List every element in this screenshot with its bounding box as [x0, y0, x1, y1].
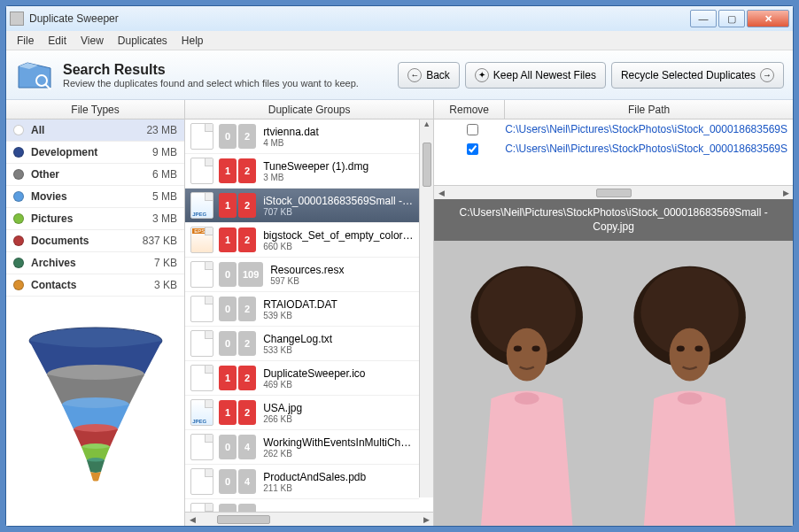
file-type-row[interactable]: Development9 MB: [6, 142, 184, 164]
file-icon: [190, 468, 213, 495]
group-row[interactable]: 0109Resources.resx597 KB: [185, 258, 419, 292]
dup-badges: 02: [219, 297, 256, 321]
file-icon: [190, 158, 213, 184]
file-icon: [190, 192, 213, 219]
type-size: 837 KB: [143, 235, 177, 247]
file-path: C:\Users\Neil\Pictures\StockPhotos\iStoc…: [505, 143, 787, 155]
group-filename: RTAIODAT.DAT: [263, 298, 414, 311]
header-text: Search Results Review the duplicates fou…: [63, 62, 359, 89]
groups-header: Duplicate Groups: [185, 100, 433, 120]
minimize-button[interactable]: —: [690, 10, 717, 27]
dup-badges: 12: [219, 400, 256, 425]
menu-view[interactable]: View: [74, 33, 111, 49]
group-text: ProductAndSales.pdb211 KB: [263, 471, 414, 493]
type-size: 7 KB: [154, 257, 177, 269]
group-row[interactable]: 12DuplicateSweeper.ico469 KB: [185, 361, 419, 396]
path-header: File Path: [505, 100, 793, 120]
remove-checkbox[interactable]: [467, 124, 478, 135]
paths-hscroll[interactable]: ◀▶: [434, 185, 793, 199]
group-text: DuplicateSweeper.ico469 KB: [263, 367, 414, 389]
group-text: USA.jpg266 KB: [263, 402, 414, 424]
type-size: 23 MB: [146, 124, 177, 136]
file-path: C:\Users\Neil\Pictures\StockPhotos\iStoc…: [505, 123, 787, 135]
keep-newest-button[interactable]: ✦ Keep All Newest Files: [465, 62, 606, 89]
maximize-button[interactable]: ▢: [718, 10, 745, 27]
group-row[interactable]: 12USA.jpg266 KB: [185, 396, 419, 430]
recycle-label: Recycle Selected Duplicates: [621, 69, 756, 81]
group-row[interactable]: 04WorkingWithEventsInMultiChart.pdb262 K…: [185, 430, 419, 465]
type-name: Development: [31, 146, 152, 158]
dup-badges: 12: [219, 366, 256, 390]
dup-badges: 02: [219, 124, 256, 149]
group-filename: bigstock_Set_of_empty_colorful_tags: [263, 229, 414, 242]
back-button[interactable]: ← Back: [398, 62, 460, 89]
badge-keep: 1: [219, 158, 237, 183]
recycle-button[interactable]: Recycle Selected Duplicates →: [611, 62, 784, 89]
group-row[interactable]: 04RealTimeUpdate.pdb: [185, 499, 419, 512]
arrow-left-icon: ←: [407, 68, 422, 82]
file-type-row[interactable]: Contacts3 KB: [6, 274, 184, 297]
type-size: 3 KB: [154, 279, 177, 291]
group-filesize: 211 KB: [263, 483, 414, 493]
groups-vscroll[interactable]: ▲: [419, 120, 433, 497]
header-bar: Search Results Review the duplicates fou…: [6, 50, 793, 100]
group-filename: DuplicateSweeper.ico: [263, 367, 414, 380]
keep-newest-label: Keep All Newest Files: [493, 69, 596, 81]
app-icon: [10, 12, 24, 26]
page-title: Search Results: [63, 62, 359, 78]
preview-image: [434, 241, 793, 526]
groups-list: 02rtvienna.dat4 MB12TuneSweeper (1).dmg3…: [185, 120, 433, 512]
groups-hscroll[interactable]: ◀▶: [185, 512, 433, 526]
badge-total: 2: [238, 227, 256, 252]
menu-file[interactable]: File: [10, 33, 41, 49]
group-row[interactable]: 12bigstock_Set_of_empty_colorful_tags660…: [185, 223, 419, 258]
menu-help[interactable]: Help: [175, 33, 211, 49]
remove-cell: [439, 143, 505, 155]
type-name: Movies: [31, 190, 152, 203]
file-type-row[interactable]: Other6 MB: [6, 164, 184, 186]
group-row[interactable]: 02rtvienna.dat4 MB: [185, 120, 419, 154]
right-header: Remove File Path: [434, 100, 793, 120]
badge-total: 4: [238, 504, 256, 512]
svg-point-12: [514, 346, 522, 352]
file-type-row[interactable]: All23 MB: [6, 120, 184, 142]
remove-checkbox[interactable]: [467, 143, 478, 155]
clock-icon: ✦: [475, 68, 489, 82]
svg-point-19: [695, 346, 703, 352]
file-type-row[interactable]: Movies5 MB: [6, 186, 184, 208]
badge-keep: 0: [219, 331, 237, 356]
file-type-row[interactable]: Documents837 KB: [6, 230, 184, 252]
menu-edit[interactable]: Edit: [41, 33, 74, 49]
file-type-row[interactable]: Archives7 KB: [6, 252, 184, 274]
badge-keep: 0: [219, 297, 237, 321]
group-row[interactable]: 02ChangeLog.txt533 KB: [185, 327, 419, 361]
duplicate-groups: Duplicate Groups 02rtvienna.dat4 MB12Tun…: [185, 100, 434, 526]
funnel-chart: [6, 297, 184, 526]
window-buttons: — ▢ ✕: [690, 10, 789, 27]
close-button[interactable]: ✕: [747, 10, 789, 27]
badge-keep: 0: [219, 504, 237, 512]
group-filesize: 533 KB: [263, 345, 414, 355]
svg-point-17: [670, 328, 710, 382]
type-name: Documents: [31, 235, 143, 247]
folder-search-icon: [15, 56, 54, 95]
menu-duplicates[interactable]: Duplicates: [111, 33, 175, 49]
badge-keep: 1: [219, 366, 237, 390]
badge-total: 2: [238, 366, 256, 390]
type-color-dot: [13, 258, 24, 268]
group-filename: TuneSweeper (1).dmg: [263, 160, 414, 173]
type-size: 5 MB: [152, 190, 177, 203]
badge-keep: 0: [219, 124, 237, 149]
group-row[interactable]: 04ProductAndSales.pdb211 KB: [185, 465, 419, 499]
content: File Types All23 MBDevelopment9 MBOther6…: [6, 100, 793, 526]
path-row[interactable]: C:\Users\Neil\Pictures\StockPhotos\iStoc…: [434, 120, 793, 139]
group-row[interactable]: 12iStock_000018683569Small - Copy.jp707 …: [185, 189, 419, 223]
group-filesize: 262 KB: [263, 449, 414, 459]
group-row[interactable]: 12TuneSweeper (1).dmg3 MB: [185, 154, 419, 189]
file-type-row[interactable]: Pictures3 MB: [6, 208, 184, 230]
remove-cell: [439, 124, 505, 135]
badge-total: 109: [238, 262, 263, 287]
group-row[interactable]: 02RTAIODAT.DAT539 KB: [185, 292, 419, 327]
path-row[interactable]: C:\Users\Neil\Pictures\StockPhotos\iStoc…: [434, 139, 793, 158]
file-icon: [190, 227, 213, 253]
